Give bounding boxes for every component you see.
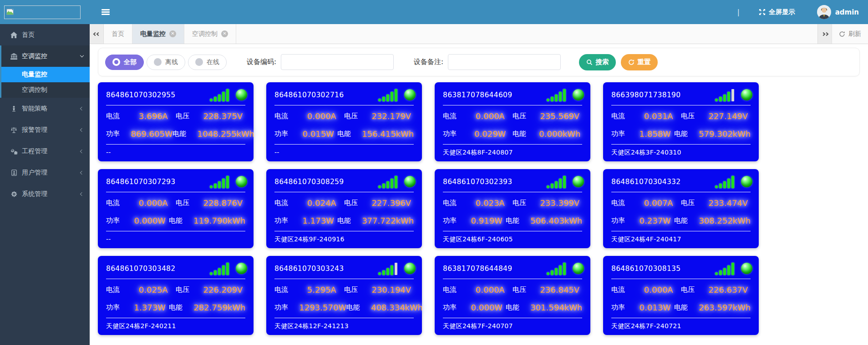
close-icon[interactable]: ✕ <box>169 30 176 37</box>
hamburger-menu-icon[interactable] <box>102 8 110 16</box>
search-icon <box>586 59 593 65</box>
radio-online[interactable]: 在线 <box>188 55 227 70</box>
energy-value: 579.302kWh <box>699 129 751 139</box>
radio-label: 离线 <box>165 58 178 66</box>
online-status-icon <box>404 263 416 274</box>
online-status-icon <box>741 176 752 187</box>
power-value: 1293.570W <box>299 303 346 312</box>
voltage-value: 233.399V <box>537 198 582 208</box>
online-status-icon <box>404 89 416 100</box>
voltage-label: 电压 <box>176 112 200 120</box>
device-id: 864861070307293 <box>106 178 175 186</box>
current-label: 电流 <box>443 199 467 207</box>
signal-icon <box>715 263 734 275</box>
close-icon[interactable]: ✕ <box>221 30 228 37</box>
signal-icon <box>378 263 397 275</box>
avatar[interactable] <box>817 5 831 19</box>
power-value: 869.605W <box>131 129 173 139</box>
power-label: 功率 <box>274 130 299 138</box>
voltage-label: 电压 <box>344 199 369 207</box>
device-code-input[interactable] <box>281 54 394 70</box>
logo-area <box>0 0 90 24</box>
signal-icon <box>715 176 734 188</box>
signal-icon <box>210 89 229 101</box>
energy-label: 电能 <box>337 216 362 225</box>
sidebar-item-ac-control[interactable]: 空调控制 <box>1 82 90 98</box>
device-card[interactable]: 864861070302393 电流 0.023A 电压 233.399V 功率… <box>435 169 590 248</box>
sidebar-item-project-mgmt[interactable]: 工程管理 <box>0 140 90 162</box>
voltage-value: 227.396V <box>369 198 414 208</box>
logo-broken-image <box>4 5 81 19</box>
tab-power-monitor[interactable]: 电量监控 ✕ <box>132 24 184 44</box>
sidebar-item-user-mgmt[interactable]: 用户管理 <box>0 162 90 183</box>
radio-unselected-icon <box>195 58 203 66</box>
device-note-input[interactable] <box>448 54 561 70</box>
device-location: 天健区24栋3F-240310 <box>611 149 681 157</box>
sidebar-item-alarm-mgmt[interactable]: 报警管理 <box>0 119 90 140</box>
device-card[interactable]: 864861070304332 电流 0.007A 电压 233.474V 功率… <box>603 169 759 248</box>
radio-offline[interactable]: 离线 <box>147 55 185 70</box>
device-card[interactable]: 864861070307293 电流 0.000A 电压 228.876V 功率… <box>98 169 254 248</box>
sidebar: 首页 空调监控 电量监控 空调控制 智能策略 报警管理 <box>0 0 90 345</box>
current-label: 电流 <box>274 112 299 120</box>
current-label: 电流 <box>106 285 131 294</box>
sidebar-item-label: 空调监控 <box>22 52 81 60</box>
device-card[interactable]: 864861070303243 电流 5.295A 电压 230.194V 功率… <box>266 256 422 335</box>
search-label: 搜索 <box>595 58 609 66</box>
voltage-label: 电压 <box>681 285 706 294</box>
device-card[interactable]: 866398071738190 电流 0.031A 电压 227.149V 功率… <box>603 82 759 161</box>
sidebar-item-smart-strategy[interactable]: 智能策略 <box>0 98 90 119</box>
radio-all[interactable]: 全部 <box>105 55 144 70</box>
voltage-value: 228.375V <box>200 111 245 121</box>
energy-value: 308.252kWh <box>699 216 751 225</box>
refresh-label: 刷新 <box>848 30 861 38</box>
tabs-scroll-left-button[interactable] <box>90 24 104 44</box>
voltage-value: 230.194V <box>369 285 414 295</box>
reset-button[interactable]: 重置 <box>621 54 658 70</box>
sidebar-item-label: 工程管理 <box>22 147 81 155</box>
refresh-button[interactable]: 刷新 <box>832 24 868 44</box>
fullscreen-button[interactable]: 全屏显示 <box>759 8 795 16</box>
tabs-scroll-right-button[interactable] <box>817 24 832 44</box>
current-value: 5.295A <box>299 285 344 295</box>
sidebar-item-system-mgmt[interactable]: 系统管理 <box>0 183 90 205</box>
device-card[interactable]: 864861070308135 电流 0.000A 电压 226.637V 功率… <box>603 256 759 335</box>
device-card[interactable]: 864861070302716 电流 0.000A 电压 232.179V 功率… <box>266 82 422 161</box>
energy-value: 156.415kWh <box>362 129 414 139</box>
tab-home[interactable]: 首页 <box>104 24 132 44</box>
power-value: 0.919W <box>467 216 506 225</box>
power-label: 功率 <box>106 216 131 225</box>
current-value: 0.024A <box>299 198 344 208</box>
device-card-grid: 864861070302955 电流 3.696A 电压 228.375V 功率… <box>98 82 759 343</box>
energy-label: 电能 <box>506 216 530 225</box>
username[interactable]: admin <box>835 8 859 16</box>
sidebar-item-label: 电量监控 <box>22 70 47 79</box>
energy-label: 电能 <box>337 130 362 138</box>
sidebar-item-home[interactable]: 首页 <box>0 24 90 45</box>
sidebar-item-power-monitor[interactable]: 电量监控 <box>1 67 90 82</box>
device-card[interactable]: 864861070302955 电流 3.696A 电压 228.375V 功率… <box>98 82 254 161</box>
device-card[interactable]: 863817078644609 电流 0.000A 电压 235.569V 功率… <box>435 82 590 161</box>
gear-icon <box>10 190 18 198</box>
power-value: 0.015W <box>299 129 337 139</box>
sidebar-item-label: 报警管理 <box>22 126 81 134</box>
voltage-label: 电压 <box>513 199 537 207</box>
power-label: 功率 <box>443 216 467 225</box>
device-card[interactable]: 864861070303482 电流 0.025A 电压 226.209V 功率… <box>98 256 254 335</box>
tab-ac-control[interactable]: 空调控制 ✕ <box>184 24 236 44</box>
voltage-label: 电压 <box>513 285 537 294</box>
current-value: 0.025A <box>131 285 176 295</box>
sidebar-item-label: 空调控制 <box>22 86 47 94</box>
device-card[interactable]: 864861070308259 电流 0.024A 电压 227.396V 功率… <box>266 169 422 248</box>
energy-label: 电能 <box>346 303 371 312</box>
sidebar-item-label: 系统管理 <box>22 190 81 198</box>
current-value: 0.031A <box>636 111 681 121</box>
search-button[interactable]: 搜索 <box>579 54 616 70</box>
device-card[interactable]: 863817078644849 电流 0.000A 电压 236.845V 功率… <box>435 256 590 335</box>
current-label: 电流 <box>106 199 131 207</box>
signal-icon <box>378 89 397 101</box>
sidebar-item-ac-monitor[interactable]: 空调监控 <box>1 45 90 67</box>
double-chevron-right-icon <box>824 32 828 35</box>
device-id: 864861070303482 <box>106 265 175 273</box>
voltage-label: 电压 <box>344 112 369 120</box>
